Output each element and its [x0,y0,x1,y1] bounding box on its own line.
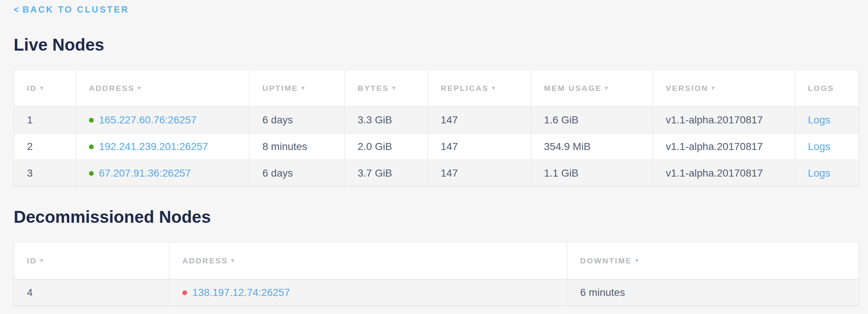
node-mem-usage-cell: 1.1 GiB [531,160,653,187]
node-id-cell: 1 [14,107,76,134]
node-address-link[interactable]: 192.241.239.201:26257 [99,141,208,152]
node-address-cell: 165.227.60.76:26257 [76,107,250,134]
logs-link[interactable]: Logs [808,167,830,179]
node-downtime-cell: 6 minutes [568,280,859,306]
column-header-address[interactable]: ADDRESS▾ [76,69,250,107]
table-row: 1 165.227.60.76:26257 6 days 3.3 GiB 147… [14,107,859,134]
node-address-cell: 138.197.12.74:26257 [170,280,568,306]
node-version-cell: v1.1-alpha.20170817 [653,160,795,187]
node-logs-cell: Logs [795,160,859,187]
decommissioned-nodes-table: ID▾ ADDRESS▾ DOWNTIME▾ 4 138.197.12.74:2… [14,242,859,306]
column-header-uptime[interactable]: UPTIME▾ [250,69,345,107]
sort-arrow-icon: ▾ [492,85,495,91]
node-logs-cell: Logs [795,107,859,134]
column-header-address[interactable]: ADDRESS▾ [170,242,568,280]
column-header-bytes[interactable]: BYTES▾ [345,69,428,107]
table-row: 3 67.207.91.36:26257 6 days 3.7 GiB 147 … [14,160,859,187]
column-header-replicas[interactable]: REPLICAS▾ [428,69,531,107]
node-bytes-cell: 3.3 GiB [345,107,428,134]
node-live-status-icon [89,171,94,176]
decommissioned-nodes-title: Decommissioned Nodes [14,207,859,227]
sort-arrow-icon: ▾ [231,257,234,263]
node-replicas-cell: 147 [428,160,531,187]
sort-arrow-icon: ▾ [392,85,395,91]
sort-arrow-icon: ▾ [40,257,43,263]
live-nodes-title: Live Nodes [14,35,859,55]
node-dead-status-icon [182,290,187,295]
live-nodes-header-row: ID▾ ADDRESS▾ UPTIME▾ BYTES▾ REPLICAS▾ ME… [14,69,859,107]
logs-link[interactable]: Logs [808,141,830,152]
node-live-status-icon [89,118,94,123]
back-to-cluster-link[interactable]: <BACK TO CLUSTER [14,4,129,15]
node-address-link[interactable]: 67.207.91.36:26257 [99,167,191,179]
sort-arrow-icon: ▾ [605,85,608,91]
node-replicas-cell: 147 [428,107,531,134]
node-mem-usage-cell: 1.6 GiB [531,107,653,134]
node-id-cell: 2 [14,134,76,160]
sort-arrow-icon: ▾ [138,85,141,91]
node-replicas-cell: 147 [428,134,531,160]
column-header-version[interactable]: VERSION▾ [653,69,795,107]
sort-arrow-icon: ▾ [712,85,715,91]
node-bytes-cell: 3.7 GiB [345,160,428,187]
node-uptime-cell: 6 days [250,160,345,187]
node-logs-cell: Logs [795,134,859,160]
back-to-cluster-label: BACK TO CLUSTER [23,4,129,14]
node-uptime-cell: 8 minutes [250,134,345,160]
column-header-mem-usage[interactable]: MEM USAGE▾ [531,69,653,107]
node-address-cell: 67.207.91.36:26257 [76,160,250,187]
column-header-logs: LOGS [795,69,859,107]
sort-arrow-icon: ▾ [302,85,304,91]
sort-arrow-icon: ▾ [40,85,43,91]
node-uptime-cell: 6 days [250,107,345,134]
logs-link[interactable]: Logs [808,114,830,126]
live-nodes-table: ID▾ ADDRESS▾ UPTIME▾ BYTES▾ REPLICAS▾ ME… [14,69,859,187]
nodes-page: <BACK TO CLUSTER Live Nodes ID▾ ADDRESS▾… [14,0,859,306]
node-id-cell: 3 [14,160,76,187]
node-address-link[interactable]: 138.197.12.74:26257 [192,287,290,298]
node-mem-usage-cell: 354.9 MiB [531,134,653,160]
node-live-status-icon [89,144,94,149]
node-version-cell: v1.1-alpha.20170817 [653,134,795,160]
node-address-link[interactable]: 165.227.60.76:26257 [99,114,197,126]
back-chevron-icon: < [14,4,19,14]
node-bytes-cell: 2.0 GiB [345,134,428,160]
node-id-cell: 4 [14,280,170,306]
decommissioned-nodes-header-row: ID▾ ADDRESS▾ DOWNTIME▾ [14,242,859,280]
column-header-id[interactable]: ID▾ [14,69,76,107]
column-header-id[interactable]: ID▾ [14,242,170,280]
column-header-downtime[interactable]: DOWNTIME▾ [568,242,859,280]
node-address-cell: 192.241.239.201:26257 [76,134,250,160]
sort-arrow-icon: ▾ [636,257,638,263]
table-row: 2 192.241.239.201:26257 8 minutes 2.0 Gi… [14,134,859,160]
table-row: 4 138.197.12.74:26257 6 minutes [14,280,859,306]
node-version-cell: v1.1-alpha.20170817 [653,107,795,134]
